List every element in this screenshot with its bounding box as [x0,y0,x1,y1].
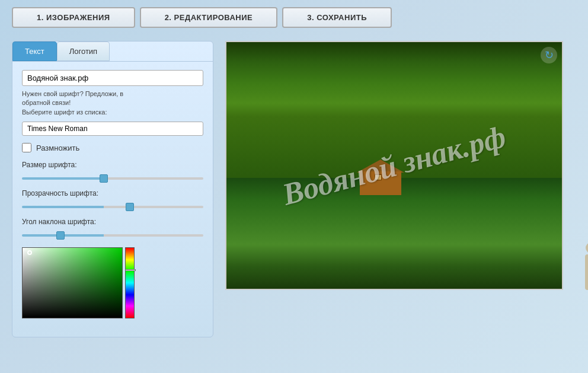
panel-content: Нужен свой шрифт? Предложи, в обратной с… [12,62,213,327]
color-gradient-box[interactable] [22,247,123,318]
watermark-text-input[interactable] [22,70,203,86]
right-panel: Водяной знак.рф ↻ [225,41,576,337]
cabin [354,160,407,195]
cabin-roof [357,160,404,173]
multiply-checkbox[interactable] [22,143,31,152]
font-hint: Нужен свой шрифт? Предложи, в обратной с… [22,90,203,117]
font-opacity-slider[interactable] [22,206,203,208]
font-size-slider[interactable] [22,177,203,180]
forest-background [226,42,562,289]
font-selector[interactable] [22,122,203,136]
left-panel: Текст Логотип Нужен свой шрифт? Предложи… [12,41,213,337]
color-cursor[interactable] [27,250,32,255]
cabin-body [360,171,401,195]
tab-logo[interactable]: Логотип [57,42,110,61]
tree-canopy [226,42,562,178]
image-preview: Водяной знак.рф ↻ [225,41,563,290]
cabin-window [375,174,382,180]
hue-cursor [125,269,136,271]
font-opacity-section: Прозрачность шрифта: [22,189,203,211]
refresh-icon: ↻ [545,49,554,62]
font-angle-section: Угол наклона шрифта: [22,218,203,239]
refresh-button[interactable]: ↻ [541,47,557,63]
color-picker [22,247,203,318]
tab-bar: Текст Логотип [12,42,213,62]
hue-strip[interactable] [125,247,135,318]
tab-text[interactable]: Текст [12,42,57,61]
nav-images-button[interactable]: 1. ИЗОБРАЖЕНИЯ [12,7,135,28]
font-angle-label: Угол наклона шрифта: [22,218,203,226]
font-opacity-label: Прозрачность шрифта: [22,189,203,197]
font-size-label: Размер шрифта: [22,161,203,169]
font-size-section: Размер шрифта: [22,161,203,182]
multiply-label: Размножить [36,144,79,152]
bg-decoration [570,219,588,337]
nav-edit-button[interactable]: 2. РЕДАКТИРОВАНИЕ [140,7,278,28]
font-angle-slider[interactable] [22,234,203,237]
multiply-row: Размножить [22,143,203,152]
nav-save-button[interactable]: 3. СОХРАНИТЬ [282,7,392,28]
